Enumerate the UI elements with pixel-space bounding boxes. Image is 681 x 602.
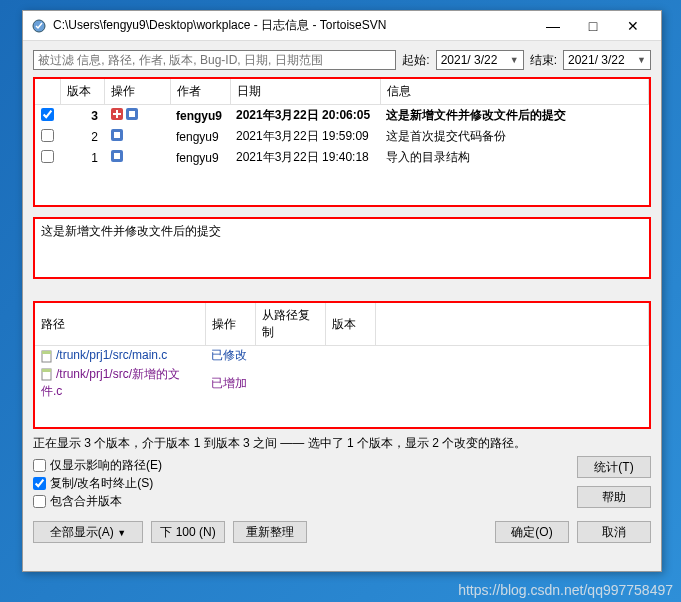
ok-button[interactable]: 确定(O) bbox=[495, 521, 569, 543]
checkbox-affected[interactable] bbox=[33, 459, 46, 472]
col-msg[interactable]: 信息 bbox=[380, 79, 649, 105]
commit-message-text: 这是新增文件并修改文件后的提交 bbox=[41, 224, 221, 238]
path-row[interactable]: /trunk/prj1/src/新增的文件.c已增加 bbox=[35, 365, 649, 401]
to-date-picker[interactable]: 2021/ 3/22 ▼ bbox=[563, 50, 651, 70]
cell-path-action: 已修改 bbox=[205, 346, 255, 366]
svg-rect-11 bbox=[42, 369, 51, 372]
svg-rect-9 bbox=[42, 351, 51, 354]
help-button[interactable]: 帮助 bbox=[577, 486, 651, 508]
stats-button[interactable]: 统计(T) bbox=[577, 456, 651, 478]
chevron-down-icon: ▼ bbox=[637, 55, 646, 65]
cell-action bbox=[104, 105, 170, 127]
log-row[interactable]: 3fengyu92021年3月22日 20:06:05这是新增文件并修改文件后的… bbox=[35, 105, 649, 127]
chevron-down-icon: ▼ bbox=[510, 55, 519, 65]
summary-text: 正在显示 3 个版本，介于版本 1 到版本 3 之间 —— 选中了 1 个版本，… bbox=[33, 435, 651, 452]
row-checkbox[interactable] bbox=[41, 129, 54, 142]
path-row[interactable]: /trunk/prj1/src/main.c已修改 bbox=[35, 346, 649, 366]
next-100-button[interactable]: 下 100 (N) bbox=[151, 521, 225, 543]
cell-rev: 3 bbox=[60, 105, 104, 127]
log-list-panel: 版本 操作 作者 日期 信息 3fengyu92021年3月22日 20:06:… bbox=[33, 77, 651, 207]
col-rev[interactable]: 版本 bbox=[60, 79, 104, 105]
file-icon bbox=[41, 368, 54, 381]
filter-input[interactable] bbox=[33, 50, 396, 70]
col-author[interactable]: 作者 bbox=[170, 79, 230, 105]
cell-date: 2021年3月22日 19:59:09 bbox=[230, 126, 380, 147]
checkbox-stop-on-copy[interactable] bbox=[33, 477, 46, 490]
cell-action bbox=[104, 147, 170, 168]
cell-path: /trunk/prj1/src/新增的文件.c bbox=[35, 365, 205, 401]
cell-rev: 1 bbox=[60, 147, 104, 168]
app-window: C:\Users\fengyu9\Desktop\workplace - 日志信… bbox=[22, 10, 662, 572]
cell-author: fengyu9 bbox=[170, 147, 230, 168]
cell-action bbox=[104, 126, 170, 147]
to-label: 结束: bbox=[530, 52, 557, 69]
svg-rect-7 bbox=[114, 153, 120, 159]
options-row: 仅显示影响的路径(E) 复制/改名时终止(S) 包含合并版本 统计(T) 帮助 bbox=[33, 456, 651, 511]
cell-msg: 这是新增文件并修改文件后的提交 bbox=[380, 105, 649, 127]
cell-msg: 导入的目录结构 bbox=[380, 147, 649, 168]
svg-rect-5 bbox=[114, 132, 120, 138]
add-icon bbox=[110, 107, 124, 121]
svg-rect-3 bbox=[129, 111, 135, 117]
close-button[interactable]: ✕ bbox=[613, 12, 653, 40]
option-include-merge[interactable]: 包含合并版本 bbox=[33, 493, 577, 510]
filter-bar: 起始: 2021/ 3/22 ▼ 结束: 2021/ 3/22 ▼ bbox=[33, 47, 651, 73]
app-icon bbox=[31, 18, 47, 34]
row-checkbox[interactable] bbox=[41, 150, 54, 163]
col-action[interactable]: 操作 bbox=[104, 79, 170, 105]
cell-path: /trunk/prj1/src/main.c bbox=[35, 346, 205, 366]
titlebar: C:\Users\fengyu9\Desktop\workplace - 日志信… bbox=[23, 11, 661, 41]
cell-date: 2021年3月22日 20:06:05 bbox=[230, 105, 380, 127]
log-row[interactable]: 1fengyu92021年3月22日 19:40:18导入的目录结构 bbox=[35, 147, 649, 168]
file-icon bbox=[41, 350, 54, 363]
cell-date: 2021年3月22日 19:40:18 bbox=[230, 147, 380, 168]
to-date-value: 2021/ 3/22 bbox=[568, 53, 625, 67]
col-date[interactable]: 日期 bbox=[230, 79, 380, 105]
row-checkbox[interactable] bbox=[41, 108, 54, 121]
from-date-picker[interactable]: 2021/ 3/22 ▼ bbox=[436, 50, 524, 70]
window-title: C:\Users\fengyu9\Desktop\workplace - 日志信… bbox=[53, 17, 533, 34]
cancel-button[interactable]: 取消 bbox=[577, 521, 651, 543]
cell-rev: 2 bbox=[60, 126, 104, 147]
maximize-button[interactable]: □ bbox=[573, 12, 613, 40]
col-path-rev[interactable]: 版本 bbox=[325, 303, 375, 346]
window-controls: — □ ✕ bbox=[533, 12, 653, 40]
show-all-button[interactable]: 全部显示(A) ▼ bbox=[33, 521, 143, 543]
minimize-button[interactable]: — bbox=[533, 12, 573, 40]
modify-icon bbox=[125, 107, 139, 121]
cell-path-action: 已增加 bbox=[205, 365, 255, 401]
col-copyfrom[interactable]: 从路径复制 bbox=[255, 303, 325, 346]
log-table: 版本 操作 作者 日期 信息 3fengyu92021年3月22日 20:06:… bbox=[35, 79, 649, 168]
bottom-button-bar: 全部显示(A) ▼ 下 100 (N) 重新整理 确定(O) 取消 bbox=[33, 521, 651, 543]
refresh-button[interactable]: 重新整理 bbox=[233, 521, 307, 543]
col-path-action[interactable]: 操作 bbox=[205, 303, 255, 346]
cell-author: fengyu9 bbox=[170, 105, 230, 127]
option-affected-paths[interactable]: 仅显示影响的路径(E) bbox=[33, 457, 577, 474]
cell-author: fengyu9 bbox=[170, 126, 230, 147]
cell-msg: 这是首次提交代码备份 bbox=[380, 126, 649, 147]
from-label: 起始: bbox=[402, 52, 429, 69]
modify-icon bbox=[110, 149, 124, 163]
chevron-down-icon: ▼ bbox=[117, 528, 126, 538]
changed-paths-panel: 路径 操作 从路径复制 版本 /trunk/prj1/src/main.c已修改… bbox=[33, 301, 651, 429]
watermark: https://blog.csdn.net/qq997758497 bbox=[458, 582, 673, 598]
checkbox-include-merge[interactable] bbox=[33, 495, 46, 508]
log-row[interactable]: 2fengyu92021年3月22日 19:59:09这是首次提交代码备份 bbox=[35, 126, 649, 147]
content-area: 起始: 2021/ 3/22 ▼ 结束: 2021/ 3/22 ▼ 版本 操作 … bbox=[23, 47, 661, 553]
paths-table: 路径 操作 从路径复制 版本 /trunk/prj1/src/main.c已修改… bbox=[35, 303, 649, 401]
commit-message-panel[interactable]: 这是新增文件并修改文件后的提交 bbox=[33, 217, 651, 279]
modify-icon bbox=[110, 128, 124, 142]
col-path[interactable]: 路径 bbox=[35, 303, 205, 346]
from-date-value: 2021/ 3/22 bbox=[441, 53, 498, 67]
option-stop-on-copy[interactable]: 复制/改名时终止(S) bbox=[33, 475, 577, 492]
